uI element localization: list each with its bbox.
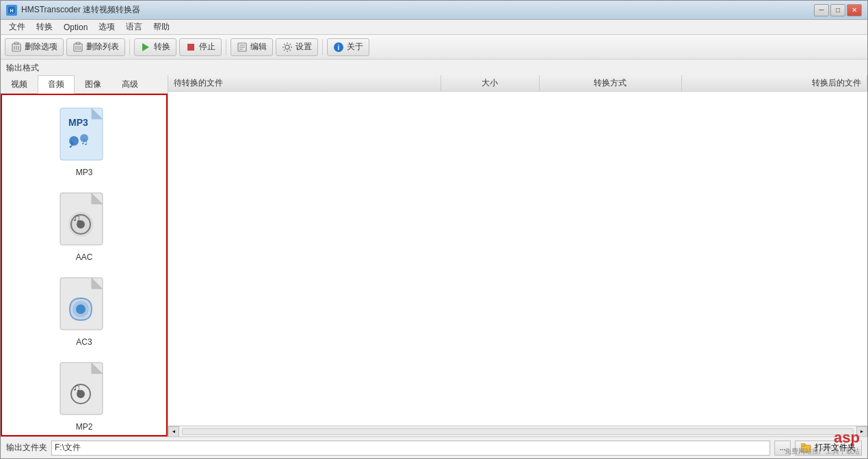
svg-point-23: [284, 43, 285, 44]
tab-video[interactable]: 视频: [1, 75, 38, 93]
title-bar: H HMSTranscoder 速转视频转换器 ─ □ ✕: [1, 1, 867, 20]
svg-point-22: [291, 47, 292, 48]
svg-text:♪: ♪: [68, 137, 75, 150]
aac-icon-wrapper: ♫: [54, 189, 114, 250]
format-mp3[interactable]: MP3 ♪ ♫ MP3: [33, 101, 135, 181]
format-aac[interactable]: ♫ AAC: [33, 185, 135, 266]
menu-option[interactable]: Option: [58, 20, 93, 34]
svg-point-25: [289, 43, 291, 44]
about-button[interactable]: i 关于: [327, 38, 369, 56]
svg-point-24: [289, 49, 291, 51]
svg-point-26: [284, 49, 285, 51]
menu-help[interactable]: 帮助: [148, 20, 175, 34]
window-controls: ─ □ ✕: [814, 4, 862, 16]
svg-point-18: [285, 45, 289, 49]
ac3-label: AC3: [76, 337, 92, 347]
svg-text:MP3: MP3: [68, 117, 88, 128]
watermark-area: asp 免费网站推广工具下载站: [785, 429, 860, 456]
svg-point-21: [282, 47, 284, 48]
col-header-method: 转换方式: [540, 75, 682, 91]
convert-icon: [140, 42, 151, 53]
ac3-icon-wrapper: [54, 274, 114, 335]
delete-list-label: 删除列表: [86, 41, 119, 53]
about-icon: i: [333, 42, 344, 53]
stop-icon: [185, 42, 196, 53]
window-title: HMSTranscoder 速转视频转换器: [21, 4, 814, 16]
edit-label: 编辑: [250, 41, 267, 53]
menu-bar: 文件 转换 Option 选项 语言 帮助: [1, 20, 867, 35]
svg-point-52: [76, 304, 86, 314]
col-header-filename: 待转换的文件: [168, 75, 441, 91]
tab-advanced[interactable]: 高级: [111, 75, 148, 93]
mp3-icon-wrapper: MP3 ♪ ♫: [54, 105, 114, 165]
settings-button[interactable]: 设置: [276, 38, 318, 56]
format-list: MP3 ♪ ♫ MP3: [1, 94, 168, 436]
delete-option-label: 删除选项: [25, 41, 57, 53]
tab-audio[interactable]: 音频: [38, 75, 75, 94]
toolbar-separator-2: [226, 39, 226, 55]
svg-text:i: i: [338, 44, 340, 51]
menu-language[interactable]: 语言: [120, 20, 148, 34]
toolbar: 删除选项 删除列表 转换: [1, 35, 867, 60]
col-header-size: 大小: [441, 75, 540, 91]
edit-button[interactable]: 编辑: [231, 38, 273, 56]
svg-marker-12: [142, 43, 149, 51]
mp2-label: MP2: [76, 422, 93, 432]
edit-icon: [237, 42, 248, 53]
bottom-bar: 输出文件夹 ... 打开文件夹 asp 免费网站推广工具下载站: [1, 436, 867, 458]
svg-point-19: [287, 42, 288, 44]
delete-option-icon: [11, 42, 22, 53]
format-tabs: 视频 音频 图像 高级: [1, 75, 168, 94]
delete-list-button[interactable]: 删除列表: [66, 38, 125, 56]
watermark-tagline: 免费网站推广工具下载站: [785, 447, 860, 456]
svg-text:♫: ♫: [73, 382, 81, 393]
main-window: H HMSTranscoder 速转视频转换器 ─ □ ✕ 文件 转换 Opti…: [0, 0, 868, 459]
mp2-icon-wrapper: ♫: [54, 359, 114, 419]
format-ac3[interactable]: AC3: [33, 270, 135, 351]
settings-icon: [282, 42, 293, 53]
about-label: 关于: [347, 41, 363, 53]
menu-file[interactable]: 文件: [3, 20, 31, 34]
format-mp2[interactable]: ♫ MP2: [33, 355, 135, 436]
menu-select[interactable]: 选项: [93, 20, 120, 34]
convert-button[interactable]: 转换: [134, 38, 176, 56]
close-button[interactable]: ✕: [847, 4, 862, 16]
output-path-input[interactable]: [51, 441, 770, 456]
tab-image[interactable]: 图像: [75, 75, 111, 93]
toolbar-separator-1: [129, 39, 130, 55]
delete-option-button[interactable]: 删除选项: [5, 38, 64, 56]
svg-text:♫: ♫: [73, 212, 81, 224]
output-format-label: 输出格式: [1, 60, 867, 75]
minimize-button[interactable]: ─: [814, 4, 829, 16]
svg-rect-13: [187, 44, 194, 51]
file-list-header: 待转换的文件 大小 转换方式 转换后的文件: [168, 75, 867, 92]
scroll-track[interactable]: [182, 428, 854, 435]
svg-text:H: H: [10, 8, 13, 13]
content-area: 视频 音频 图像 高级: [1, 75, 867, 436]
scroll-left-arrow[interactable]: ◂: [168, 426, 179, 437]
toolbar-separator-3: [322, 39, 323, 55]
stop-button[interactable]: 停止: [179, 38, 222, 56]
settings-label: 设置: [295, 41, 312, 53]
svg-point-20: [287, 51, 288, 52]
col-header-output: 转换后的文件: [682, 75, 867, 91]
left-panel: 视频 音频 图像 高级: [1, 75, 168, 436]
delete-list-icon: [73, 42, 83, 53]
mp3-label: MP3: [76, 168, 93, 177]
aac-label: AAC: [76, 252, 93, 262]
app-icon: H: [6, 5, 17, 16]
restore-button[interactable]: □: [830, 4, 845, 16]
convert-label: 转换: [154, 41, 170, 53]
watermark-site: asp: [785, 429, 860, 447]
horizontal-scrollbar[interactable]: ◂ ▸: [168, 425, 867, 436]
svg-text:♫: ♫: [81, 136, 88, 147]
output-folder-label: 输出文件夹: [6, 442, 47, 454]
menu-convert[interactable]: 转换: [31, 20, 58, 34]
right-panel: 待转换的文件 大小 转换方式 转换后的文件 ◂ ▸: [168, 75, 867, 436]
file-list-body[interactable]: [168, 92, 867, 425]
stop-label: 停止: [199, 41, 215, 53]
main-content: 输出格式 视频 音频 图像 高级: [1, 60, 867, 458]
